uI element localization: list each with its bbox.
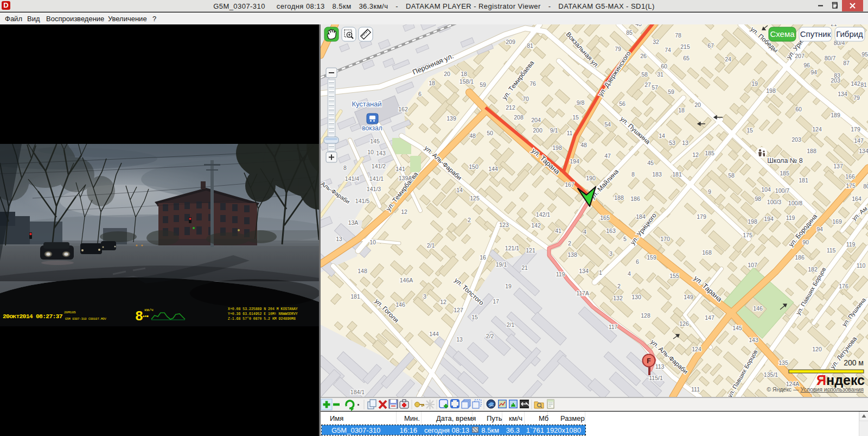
svg-text:87: 87 [843, 60, 850, 66]
svg-text:147: 147 [705, 314, 714, 321]
svg-text:164: 164 [852, 195, 861, 202]
svg-text:188: 188 [807, 148, 816, 154]
svg-text:12: 12 [692, 151, 699, 158]
svg-text:179: 179 [851, 126, 860, 132]
svg-text:121/1: 121/1 [505, 245, 519, 251]
svg-text:117: 117 [609, 324, 618, 330]
svg-text:18: 18 [678, 107, 685, 113]
svg-text:142: 142 [531, 222, 541, 229]
svg-text:21: 21 [521, 264, 528, 271]
svg-text:6: 6 [418, 91, 422, 97]
svg-text:95: 95 [861, 51, 868, 58]
svg-text:2: 2 [468, 217, 471, 223]
svg-text:81: 81 [527, 42, 533, 49]
svg-text:215: 215 [680, 43, 690, 50]
svg-text:158/1: 158/1 [459, 78, 474, 85]
svg-text:вокзал: вокзал [362, 124, 382, 132]
svg-text:143: 143 [376, 150, 386, 156]
svg-text:115: 115 [827, 247, 836, 254]
svg-text:207: 207 [795, 53, 805, 59]
svg-text:11: 11 [567, 130, 573, 136]
svg-text:149: 149 [684, 294, 693, 300]
svg-text:212: 212 [506, 104, 515, 111]
svg-text:Гибрид: Гибрид [836, 29, 863, 39]
svg-text:16: 16 [480, 254, 486, 261]
svg-text:19: 19 [505, 283, 512, 289]
svg-text:141/4: 141/4 [345, 175, 359, 182]
svg-text:21: 21 [831, 24, 837, 27]
svg-text:2: 2 [568, 240, 571, 247]
svg-text:186: 186 [630, 195, 640, 202]
svg-text:53: 53 [669, 140, 675, 146]
svg-text:79: 79 [853, 94, 860, 101]
svg-text:176: 176 [839, 283, 848, 289]
svg-text:128: 128 [641, 312, 650, 319]
svg-text:45: 45 [647, 160, 654, 166]
svg-text:142: 142 [851, 80, 860, 87]
svg-text:141: 141 [395, 166, 405, 172]
svg-text:132: 132 [613, 295, 623, 301]
svg-text:14: 14 [659, 132, 665, 139]
svg-text:185: 185 [780, 170, 789, 176]
svg-text:141/3: 141/3 [367, 186, 381, 192]
svg-text:60: 60 [795, 106, 802, 112]
svg-text:17: 17 [493, 298, 499, 305]
svg-text:27: 27 [644, 81, 651, 88]
svg-text:13: 13 [456, 336, 463, 343]
svg-text:146: 146 [753, 305, 763, 312]
svg-text:9/1: 9/1 [550, 127, 558, 134]
svg-text:119: 119 [846, 241, 856, 248]
svg-text:20M10S: 20M10S [64, 311, 76, 314]
svg-text:165: 165 [600, 214, 610, 221]
svg-text:194: 194 [570, 158, 579, 165]
svg-text:166: 166 [845, 173, 855, 180]
svg-text:58: 58 [641, 71, 648, 78]
svg-text:184/1: 184/1 [350, 389, 365, 395]
svg-text:120: 120 [812, 346, 822, 352]
svg-text:142/1: 142/1 [536, 211, 550, 218]
svg-text:12: 12 [401, 208, 407, 215]
svg-text:124: 124 [812, 126, 822, 132]
svg-text:Спутник: Спутник [800, 29, 831, 39]
svg-text:57: 57 [652, 84, 658, 91]
svg-text:94: 94 [816, 226, 823, 232]
svg-text:24: 24 [725, 56, 731, 62]
svg-text:100/7: 100/7 [775, 187, 789, 194]
svg-text:65: 65 [683, 55, 690, 61]
svg-text:179: 179 [697, 213, 706, 220]
svg-text:186: 186 [795, 254, 805, 261]
svg-text:2/2: 2/2 [486, 333, 494, 339]
svg-text:13A: 13A [348, 219, 359, 226]
svg-text:10: 10 [367, 149, 374, 155]
svg-text:Y+0.36 63.614952 E 10M¹ NNW: Y+0.36 63.614952 E 10M¹ NNWWODRVY [228, 312, 298, 316]
svg-text:145: 145 [370, 138, 380, 144]
svg-text:74: 74 [665, 47, 671, 53]
svg-text:31: 31 [657, 71, 663, 78]
svg-text:98: 98 [755, 195, 761, 202]
svg-text:141/2: 141/2 [372, 163, 386, 169]
svg-text:100/8: 100/8 [788, 200, 802, 206]
svg-text:19: 19 [751, 80, 758, 87]
svg-text:167: 167 [565, 181, 575, 188]
svg-text:111: 111 [691, 386, 700, 393]
svg-text:134: 134 [838, 91, 847, 97]
svg-text:3: 3 [609, 250, 612, 257]
svg-text:170: 170 [660, 236, 670, 242]
svg-text:100/3: 100/3 [767, 199, 781, 205]
svg-text:117A: 117A [576, 290, 589, 296]
svg-text:Схема: Схема [770, 29, 795, 39]
svg-text:Z-1.68 57°0 0870 5.2 KM 92: Z-1.68 57°0 0870 5.2 KM 924890M8 [228, 317, 296, 321]
svg-text:204: 204 [531, 117, 541, 123]
svg-text:4: 4 [583, 229, 586, 235]
svg-text:209: 209 [506, 39, 515, 45]
svg-text:107: 107 [748, 262, 757, 268]
svg-text:124: 124 [692, 346, 701, 352]
svg-text:141/1: 141/1 [369, 175, 384, 182]
svg-text:119: 119 [556, 271, 565, 277]
svg-text:115/1: 115/1 [649, 375, 663, 381]
svg-text:169: 169 [832, 218, 842, 225]
svg-text:143: 143 [749, 337, 758, 343]
svg-text:94: 94 [810, 69, 817, 75]
svg-text:8: 8 [343, 165, 347, 171]
svg-text:163: 163 [606, 228, 616, 234]
